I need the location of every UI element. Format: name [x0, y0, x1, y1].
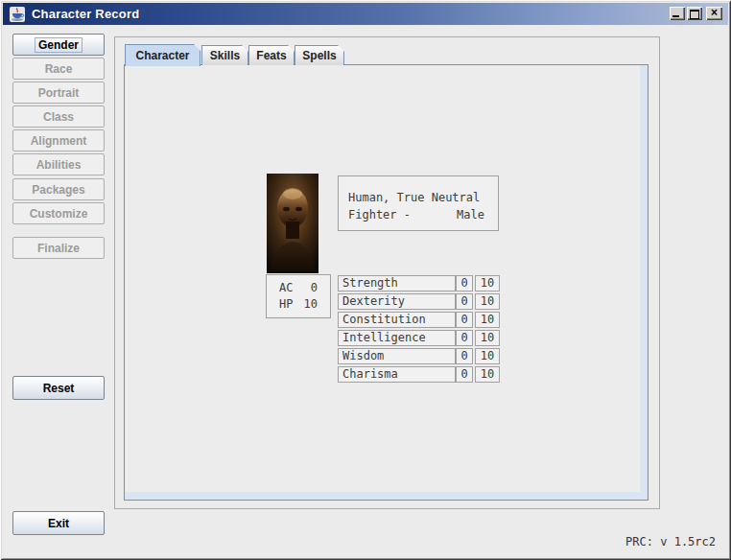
- sidebar-button-packages[interactable]: Packages: [12, 178, 105, 200]
- window-title: Character Record: [32, 7, 139, 21]
- summary-gender: Male: [457, 206, 484, 223]
- ability-score-field: 10: [475, 366, 500, 383]
- version-status-label: PRC: v 1.5rc2: [625, 535, 716, 548]
- ac-label: AC: [279, 280, 293, 295]
- tab-character[interactable]: Character: [125, 44, 200, 66]
- panel-inner-strip-right: [640, 65, 648, 500]
- tab-skills[interactable]: Skills: [201, 45, 248, 65]
- ability-modifier-field: 0: [456, 330, 473, 346]
- panel-inner-strip-bottom: [125, 492, 648, 500]
- ability-modifier-field: 0: [456, 348, 473, 364]
- sidebar-button-customize[interactable]: Customize: [12, 202, 105, 224]
- ability-name-field: Charisma: [338, 366, 456, 383]
- ability-modifier-field: 0: [456, 275, 473, 292]
- window-controls: ×: [668, 7, 722, 20]
- sidebar-button-alignment[interactable]: Alignment: [12, 129, 105, 152]
- ability-modifier-field: 0: [456, 293, 473, 310]
- ability-name-field: Strength: [338, 275, 456, 292]
- ability-score-field: 10: [475, 275, 500, 292]
- character-record-window: Character Record × Gender Race Portrait …: [0, 0, 731, 560]
- ability-modifier-field: 0: [456, 312, 473, 328]
- tab-feats[interactable]: Feats: [248, 45, 295, 65]
- java-icon: [10, 7, 25, 22]
- character-portrait-image: [267, 174, 318, 273]
- hp-label: HP: [279, 296, 293, 312]
- minimize-icon[interactable]: [670, 7, 685, 20]
- sidebar-button-race[interactable]: Race: [12, 58, 105, 80]
- sidebar-button-portrait[interactable]: Portrait: [12, 82, 105, 104]
- sidebar-button-abilities[interactable]: Abilities: [12, 153, 105, 175]
- summary-race-alignment: Human, True Neutral: [348, 189, 488, 206]
- maximize-icon[interactable]: [687, 7, 702, 20]
- title-bar[interactable]: Character Record ×: [3, 3, 728, 25]
- ability-name-field: Intelligence: [338, 330, 456, 346]
- ability-score-field: 10: [475, 312, 500, 328]
- ac-hp-box: AC 0 HP 10: [266, 274, 331, 318]
- ac-value: 0: [311, 280, 318, 295]
- ability-name-field: Dexterity: [338, 293, 456, 310]
- sidebar-button-finalize[interactable]: Finalize: [12, 237, 105, 259]
- ability-score-field: 10: [475, 293, 500, 310]
- tab-spells[interactable]: Spells: [295, 45, 344, 65]
- reset-button[interactable]: Reset: [12, 376, 105, 400]
- exit-button[interactable]: Exit: [12, 511, 105, 535]
- sidebar-button-class[interactable]: Class: [12, 105, 105, 128]
- ability-score-field: 10: [475, 330, 500, 346]
- ability-name-field: Constitution: [338, 312, 456, 328]
- ability-name-field: Wisdom: [338, 348, 456, 364]
- close-icon[interactable]: ×: [706, 7, 722, 20]
- ability-score-field: 10: [475, 348, 500, 364]
- character-summary-box: Human, True Neutral Fighter - Male: [338, 175, 499, 231]
- sidebar-button-gender[interactable]: Gender: [12, 34, 105, 56]
- summary-class: Fighter -: [348, 206, 411, 223]
- hp-value: 10: [304, 296, 318, 312]
- ability-modifier-field: 0: [456, 366, 473, 383]
